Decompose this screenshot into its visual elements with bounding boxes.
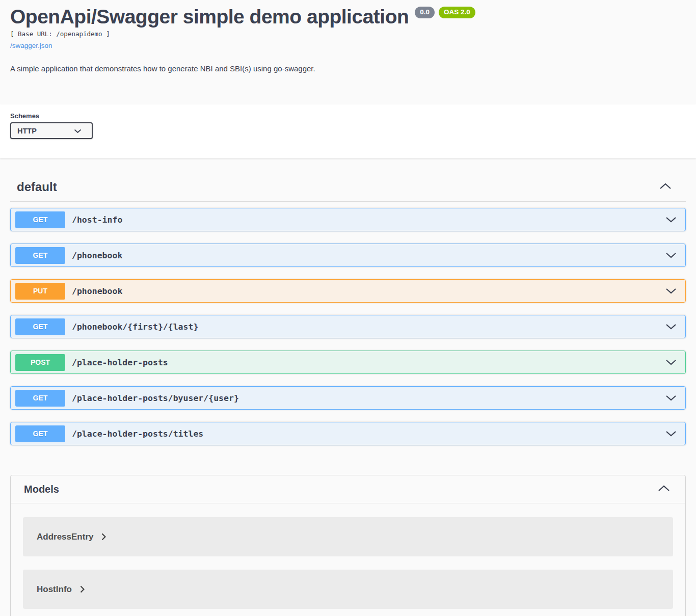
schemes-selected-value: HTTP bbox=[17, 127, 37, 135]
opblock-get-/phonebook[interactable]: GET /phonebook bbox=[10, 244, 686, 267]
method-badge: GET bbox=[15, 425, 65, 442]
title-row: OpenApi/Swagger simple demo application … bbox=[10, 5, 686, 29]
version-badge: 0.0 bbox=[415, 7, 435, 18]
chevron-down-icon[interactable] bbox=[665, 431, 677, 437]
model-item-hostinfo[interactable]: HostInfo bbox=[23, 570, 673, 609]
model-name: HostInfo bbox=[37, 584, 72, 595]
models-list: AddressEntry HostInfo bbox=[11, 503, 685, 616]
operation-path: /phonebook bbox=[72, 251, 122, 260]
scheme-container: Schemes HTTP bbox=[0, 104, 696, 158]
oas-version-badge: OAS 2.0 bbox=[439, 7, 475, 18]
models-header[interactable]: Models bbox=[11, 475, 685, 503]
chevron-down-icon[interactable] bbox=[665, 288, 677, 294]
api-operations-section: default GET /host-info GET /phonebook PU… bbox=[0, 180, 696, 616]
chevron-down-icon bbox=[74, 126, 82, 136]
method-badge: GET bbox=[15, 211, 65, 228]
chevron-right-icon[interactable] bbox=[101, 533, 106, 541]
method-badge: GET bbox=[15, 247, 65, 264]
tag-name: default bbox=[17, 180, 57, 194]
operation-path: /place-holder-posts/titles bbox=[72, 429, 203, 439]
chevron-down-icon[interactable] bbox=[665, 395, 677, 401]
chevron-down-icon[interactable] bbox=[665, 324, 677, 330]
chevron-right-icon[interactable] bbox=[80, 585, 85, 593]
models-section: Models AddressEntry HostInfo bbox=[10, 475, 686, 616]
opblock-get-/place-holder-posts/byuser/{user}[interactable]: GET /place-holder-posts/byuser/{user} bbox=[10, 386, 686, 410]
api-description: A simple application that demonstrates h… bbox=[10, 64, 686, 73]
method-badge: GET bbox=[15, 390, 65, 407]
opblock-put-/phonebook[interactable]: PUT /phonebook bbox=[10, 279, 686, 303]
base-url: [ Base URL: /openapidemo ] bbox=[10, 30, 686, 38]
method-badge: PUT bbox=[15, 283, 65, 300]
schemes-label: Schemes bbox=[10, 112, 686, 120]
operation-path: /phonebook/{first}/{last} bbox=[72, 322, 198, 332]
operation-path: /host-info bbox=[72, 215, 122, 225]
collapse-models-icon[interactable] bbox=[658, 485, 670, 494]
chevron-down-icon[interactable] bbox=[665, 252, 677, 258]
operation-path: /phonebook bbox=[72, 286, 122, 296]
spec-link[interactable]: /swagger.json bbox=[10, 42, 52, 49]
operations-list: GET /host-info GET /phonebook PUT /phone… bbox=[10, 208, 686, 445]
operation-path: /place-holder-posts bbox=[72, 358, 168, 367]
method-badge: POST bbox=[15, 354, 65, 371]
model-name: AddressEntry bbox=[37, 532, 93, 542]
method-badge: GET bbox=[15, 318, 65, 335]
chevron-down-icon[interactable] bbox=[665, 359, 677, 365]
models-title: Models bbox=[24, 484, 59, 495]
chevron-down-icon[interactable] bbox=[665, 217, 677, 223]
opblock-post-/place-holder-posts[interactable]: POST /place-holder-posts bbox=[10, 351, 686, 374]
information-container: OpenApi/Swagger simple demo application … bbox=[0, 0, 696, 104]
page-title: OpenApi/Swagger simple demo application bbox=[10, 5, 409, 29]
collapse-section-icon[interactable] bbox=[659, 182, 672, 192]
tag-header-default[interactable]: default bbox=[10, 180, 686, 202]
opblock-get-/phonebook/{first}/{last}[interactable]: GET /phonebook/{first}/{last} bbox=[10, 315, 686, 338]
opblock-get-/place-holder-posts/titles[interactable]: GET /place-holder-posts/titles bbox=[10, 422, 686, 445]
opblock-get-/host-info[interactable]: GET /host-info bbox=[10, 208, 686, 231]
model-item-addressentry[interactable]: AddressEntry bbox=[23, 517, 673, 556]
schemes-select[interactable]: HTTP bbox=[10, 122, 93, 139]
title-badges: 0.0 OAS 2.0 bbox=[415, 7, 475, 18]
operation-path: /place-holder-posts/byuser/{user} bbox=[72, 393, 239, 403]
